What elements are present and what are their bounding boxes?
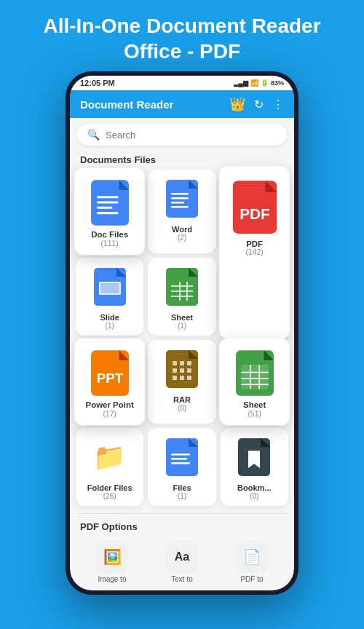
search-icon: 🔍 — [87, 129, 100, 141]
rar-count: (0) — [178, 404, 186, 412]
signal-icon: ▂▄▆ — [234, 79, 248, 87]
battery-icon: 🔋 — [261, 79, 269, 87]
app-title: Document Reader — [80, 98, 173, 111]
rar-label: RAR — [173, 395, 191, 404]
sheet-small-label: Sheet — [171, 313, 193, 322]
svg-text:PPT: PPT — [96, 371, 123, 386]
word-count: (2) — [178, 234, 186, 242]
section-divider — [77, 513, 287, 514]
svg-rect-8 — [171, 193, 189, 195]
svg-rect-34 — [173, 368, 177, 373]
svg-rect-35 — [180, 368, 184, 373]
folder-count: (26) — [103, 492, 116, 500]
sheet-large-count: (51) — [248, 409, 261, 417]
doc-files-card[interactable]: Doc Files (111) — [74, 168, 145, 256]
document-grid: Doc Files (111) Word (2) — [70, 170, 294, 512]
svg-rect-10 — [171, 202, 184, 204]
svg-rect-37 — [173, 376, 177, 380]
text-to-option[interactable]: Aa Text to — [166, 541, 198, 583]
svg-rect-32 — [180, 361, 184, 365]
bookmark-label: Bookm... — [237, 483, 271, 492]
svg-rect-2 — [97, 196, 118, 198]
svg-rect-50 — [171, 454, 190, 456]
folder-icon: 📁 — [91, 435, 129, 479]
files-icon — [163, 435, 201, 479]
svg-text:PDF: PDF — [240, 205, 270, 222]
rar-card[interactable]: RAR (0) — [148, 340, 215, 424]
status-icons: ▂▄▆ 📶 🔋 83% — [234, 79, 284, 87]
sheet-small-count: (1) — [178, 322, 186, 330]
more-icon[interactable]: ⋮ — [272, 98, 284, 111]
svg-rect-18 — [100, 283, 119, 293]
image-to-label: Image to — [98, 575, 127, 583]
svg-rect-38 — [180, 376, 184, 380]
battery-percent: 83% — [271, 79, 284, 87]
app-bar: Document Reader 👑 ↻ ⋮ — [70, 90, 294, 118]
pdf-card[interactable]: PDF PDF (142) — [219, 166, 290, 339]
rar-icon — [163, 347, 201, 391]
folder-card[interactable]: 📁 Folder Files (26) — [76, 428, 143, 506]
svg-rect-31 — [173, 361, 177, 365]
app-bar-icons: 👑 ↻ ⋮ — [229, 96, 284, 112]
search-bar[interactable]: 🔍 — [77, 124, 287, 146]
sheet-large-card[interactable]: Sheet (51) — [219, 339, 290, 426]
bookmark-icon — [235, 435, 273, 479]
sheet-large-label: Sheet — [243, 400, 266, 409]
svg-rect-52 — [171, 462, 190, 464]
pdf-icon: PDF — [232, 180, 277, 234]
word-card[interactable]: Word (2) — [148, 170, 215, 253]
pdf-to-icon: 📄 — [236, 541, 268, 573]
slide-count: (1) — [106, 322, 114, 330]
bookmark-card[interactable]: Bookm... (0) — [221, 428, 288, 506]
wifi-icon: 📶 — [250, 79, 258, 87]
powerpoint-card[interactable]: PPT Power Point (17) — [74, 339, 145, 426]
doc-files-count: (111) — [101, 239, 119, 247]
pdf-options-row: 🖼️ Image to Aa Text to 📄 PDF to — [70, 541, 294, 590]
pdf-to-option[interactable]: 📄 PDF to — [236, 541, 268, 583]
pdf-to-label: PDF to — [240, 575, 263, 583]
svg-rect-36 — [187, 368, 191, 373]
files-label: Files — [173, 483, 191, 492]
word-label: Word — [172, 225, 192, 234]
svg-rect-11 — [171, 206, 189, 208]
ppt-count: (17) — [103, 409, 116, 417]
search-input[interactable] — [106, 130, 277, 141]
svg-rect-39 — [187, 376, 191, 380]
pdf-count: (142) — [245, 248, 263, 256]
word-icon — [163, 177, 201, 221]
app-header: All-In-One Document Reader Office - PDF — [0, 0, 364, 71]
svg-rect-42 — [241, 365, 268, 389]
status-bar: 12:05 PM ▂▄▆ 📶 🔋 83% — [70, 76, 294, 90]
sheet-small-card[interactable]: Sheet (1) — [148, 258, 215, 336]
slide-label: Slide — [100, 313, 119, 322]
pdf-options-title: PDF Options — [70, 518, 294, 537]
files-card[interactable]: Files (1) — [148, 428, 215, 506]
svg-rect-3 — [97, 201, 118, 203]
svg-rect-5 — [97, 212, 118, 214]
pdf-label: PDF — [246, 239, 263, 248]
svg-rect-51 — [171, 458, 187, 460]
doc-icon — [90, 180, 130, 225]
svg-rect-33 — [187, 361, 191, 365]
svg-rect-4 — [97, 207, 112, 209]
phone-screen: 12:05 PM ▂▄▆ 📶 🔋 83% Document Reader 👑 ↻… — [70, 76, 294, 590]
crown-icon[interactable]: 👑 — [229, 96, 245, 112]
bookmark-count: (0) — [250, 492, 258, 500]
ppt-label: Power Point — [86, 400, 134, 409]
text-to-label: Text to — [171, 575, 192, 583]
svg-rect-9 — [171, 197, 189, 199]
image-to-icon: 🖼️ — [96, 541, 128, 573]
phone-mockup: 12:05 PM ▂▄▆ 📶 🔋 83% Document Reader 👑 ↻… — [66, 71, 298, 595]
doc-files-label: Doc Files — [91, 230, 128, 239]
status-time: 12:05 PM — [80, 79, 115, 87]
folder-label: Folder Files — [87, 483, 132, 492]
files-count: (1) — [178, 492, 186, 500]
slide-card[interactable]: Slide (1) — [76, 258, 143, 336]
sheet-small-icon — [163, 265, 201, 309]
slide-icon — [91, 265, 129, 309]
image-to-option[interactable]: 🖼️ Image to — [96, 541, 128, 583]
text-to-icon: Aa — [166, 541, 198, 573]
refresh-icon[interactable]: ↻ — [254, 98, 264, 111]
sheet-large-icon — [234, 350, 274, 395]
ppt-icon: PPT — [90, 350, 130, 395]
